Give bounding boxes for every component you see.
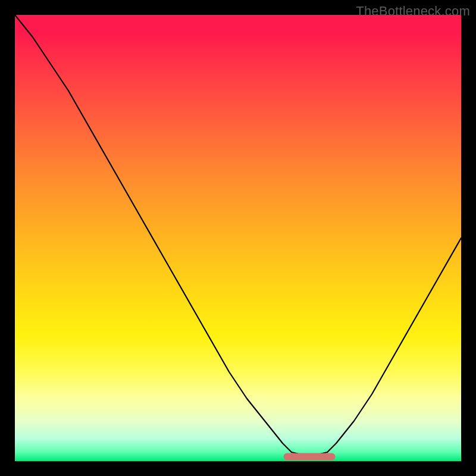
chart-svg bbox=[15, 15, 461, 461]
watermark-text: TheBottleneck.com bbox=[356, 4, 470, 19]
chart-frame: TheBottleneck.com bbox=[0, 0, 476, 476]
bottleneck-curve-line bbox=[15, 15, 461, 457]
plot-area bbox=[15, 15, 461, 461]
